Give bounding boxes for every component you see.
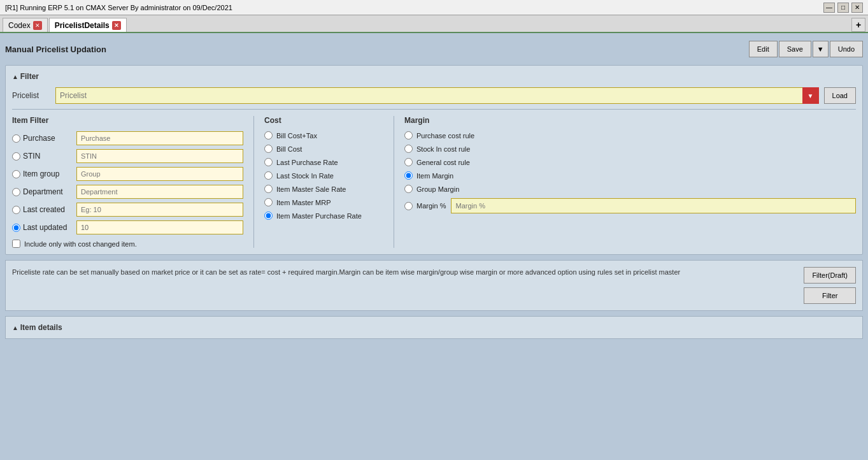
tab-pricelistdetails-label: PricelistDetails bbox=[55, 21, 110, 30]
undo-button[interactable]: Undo bbox=[830, 41, 863, 57]
purchase-label: Purchase bbox=[23, 134, 55, 143]
lastpurchaserate-radio[interactable] bbox=[264, 158, 273, 166]
lastcreated-input[interactable] bbox=[76, 203, 243, 217]
billcost-label: Bill Cost bbox=[276, 145, 302, 153]
cost-changed-checkbox[interactable] bbox=[12, 240, 20, 248]
filter-row-lastcreated: Last created bbox=[12, 203, 243, 217]
groupmargin-label: Group Margin bbox=[416, 185, 459, 193]
lastcreated-label: Last created bbox=[23, 205, 65, 214]
filter-buttons: Filter(Draft) Filter bbox=[804, 267, 856, 304]
purchase-radio-label[interactable]: Purchase bbox=[12, 134, 73, 143]
itemgroup-radio-label[interactable]: Item group bbox=[12, 169, 73, 178]
generalcostrule-radio[interactable] bbox=[404, 158, 413, 166]
billcosttax-radio[interactable] bbox=[264, 131, 273, 140]
pricelist-input-wrap: ▼ bbox=[55, 87, 819, 104]
title-bar-text: [R1] Running ERP 5.1 on CMAX Server By a… bbox=[5, 4, 232, 11]
purchase-radio[interactable] bbox=[12, 134, 20, 143]
itemmasterpurchaserate-radio[interactable] bbox=[264, 212, 273, 220]
itemmasterpurchaserate-label: Item Master Purchase Rate bbox=[276, 212, 362, 220]
item-details-header[interactable]: Item details bbox=[12, 323, 856, 332]
department-radio-label[interactable]: Department bbox=[12, 187, 73, 196]
filter-row-stin: STIN bbox=[12, 149, 243, 163]
lastupdated-label: Last updated bbox=[23, 223, 67, 232]
filter-draft-button[interactable]: Filter(Draft) bbox=[804, 267, 856, 284]
page-header: Manual Pricelist Updation Edit Save ▼ Un… bbox=[5, 38, 863, 60]
cost-billcosttax: Bill Cost+Tax bbox=[264, 131, 383, 140]
margin-purchasecostrule: Purchase cost rule bbox=[404, 131, 856, 140]
itemgroup-radio[interactable] bbox=[12, 170, 20, 178]
stin-input[interactable] bbox=[76, 149, 243, 163]
pricelist-row: Pricelist ▼ Load bbox=[12, 87, 856, 104]
margin-percent-input[interactable] bbox=[451, 198, 856, 213]
filter-row-lastupdated: Last updated bbox=[12, 220, 243, 234]
margin-itemmargin: Item Margin bbox=[404, 171, 856, 180]
tab-codex-close[interactable]: ✕ bbox=[33, 21, 42, 30]
laststockinrate-radio[interactable] bbox=[264, 171, 273, 180]
lastupdated-radio[interactable] bbox=[12, 224, 20, 232]
groupmargin-radio[interactable] bbox=[404, 185, 413, 193]
cost-itemmasterpurchaserate: Item Master Purchase Rate bbox=[264, 212, 383, 220]
filter-section-header[interactable]: Filter bbox=[12, 72, 856, 81]
close-button[interactable]: ✕ bbox=[851, 3, 863, 13]
pricelist-dropdown-button[interactable]: ▼ bbox=[802, 87, 819, 104]
purchasecostrule-radio[interactable] bbox=[404, 131, 413, 140]
lastcreated-radio-label[interactable]: Last created bbox=[12, 205, 73, 214]
billcost-radio[interactable] bbox=[264, 145, 273, 153]
itemmargin-radio[interactable] bbox=[404, 171, 413, 180]
filter-card: Filter Pricelist ▼ Load Item Filter Purc… bbox=[5, 65, 863, 255]
lastupdated-radio-label[interactable]: Last updated bbox=[12, 223, 73, 232]
filter-button[interactable]: Filter bbox=[804, 287, 856, 304]
cost-changed-checkbox-row: Include only with cost changed item. bbox=[12, 240, 243, 248]
marginpercent-radio[interactable] bbox=[404, 202, 413, 210]
itemmastersalerate-radio[interactable] bbox=[264, 185, 273, 193]
marginpercent-label: Margin % bbox=[416, 202, 446, 210]
header-actions: Edit Save ▼ Undo bbox=[749, 41, 863, 57]
purchasecostrule-label: Purchase cost rule bbox=[416, 132, 474, 140]
cost-itemmastermrp: Item Master MRP bbox=[264, 198, 383, 206]
itemmastermrp-radio[interactable] bbox=[264, 198, 273, 206]
itemmastermrp-label: Item Master MRP bbox=[276, 199, 331, 206]
maximize-button[interactable]: □ bbox=[837, 3, 849, 13]
load-button[interactable]: Load bbox=[824, 87, 856, 104]
tab-codex[interactable]: Codex ✕ bbox=[3, 18, 48, 32]
itemmargin-label: Item Margin bbox=[416, 172, 453, 180]
stockincostrule-label: Stock In cost rule bbox=[416, 145, 470, 153]
stin-radio[interactable] bbox=[12, 152, 20, 161]
save-button[interactable]: Save bbox=[779, 41, 811, 57]
lastupdated-input[interactable] bbox=[76, 220, 243, 234]
department-input[interactable] bbox=[76, 185, 243, 199]
cost-changed-label[interactable]: Include only with cost changed item. bbox=[24, 240, 137, 248]
cost-itemmastersalerate: Item Master Sale Rate bbox=[264, 185, 383, 193]
filter-row-itemgroup: Item group bbox=[12, 167, 243, 181]
item-filter-column: Item Filter Purchase STIN bbox=[12, 116, 254, 248]
cost-lastpurchaserate: Last Purchase Rate bbox=[264, 158, 383, 166]
itemgroup-input[interactable] bbox=[76, 167, 243, 181]
stockincostrule-radio[interactable] bbox=[404, 145, 413, 153]
cost-title: Cost bbox=[264, 116, 383, 125]
save-dropdown-button[interactable]: ▼ bbox=[813, 41, 829, 57]
cost-column: Cost Bill Cost+Tax Bill Cost Last Purcha… bbox=[254, 116, 394, 248]
lastpurchaserate-label: Last Purchase Rate bbox=[276, 159, 338, 166]
filter-section-title: Filter bbox=[20, 72, 39, 81]
margin-stockincostrule: Stock In cost rule bbox=[404, 145, 856, 153]
edit-button[interactable]: Edit bbox=[749, 41, 778, 57]
tab-codex-label: Codex bbox=[8, 21, 31, 30]
tab-add-button[interactable]: + bbox=[851, 18, 865, 32]
three-column-section: Item Filter Purchase STIN bbox=[12, 109, 856, 248]
department-radio[interactable] bbox=[12, 188, 20, 196]
margin-generalcostrule: General cost rule bbox=[404, 158, 856, 166]
cost-laststockinrate: Last Stock In Rate bbox=[264, 171, 383, 180]
margin-column: Margin Purchase cost rule Stock In cost … bbox=[394, 116, 856, 248]
tab-bar: Codex ✕ PricelistDetails ✕ + bbox=[0, 15, 868, 33]
purchase-input[interactable] bbox=[76, 131, 243, 145]
stin-label: STIN bbox=[23, 152, 40, 161]
minimize-button[interactable]: — bbox=[823, 3, 835, 13]
tab-pricelistdetails-close[interactable]: ✕ bbox=[112, 21, 121, 30]
tab-pricelistdetails[interactable]: PricelistDetails ✕ bbox=[49, 18, 127, 32]
margin-title: Margin bbox=[404, 116, 856, 125]
lastcreated-radio[interactable] bbox=[12, 206, 20, 214]
title-bar-controls: — □ ✕ bbox=[823, 3, 863, 13]
page-title: Manual Pricelist Updation bbox=[5, 45, 106, 54]
stin-radio-label[interactable]: STIN bbox=[12, 152, 73, 161]
pricelist-input[interactable] bbox=[55, 87, 819, 104]
